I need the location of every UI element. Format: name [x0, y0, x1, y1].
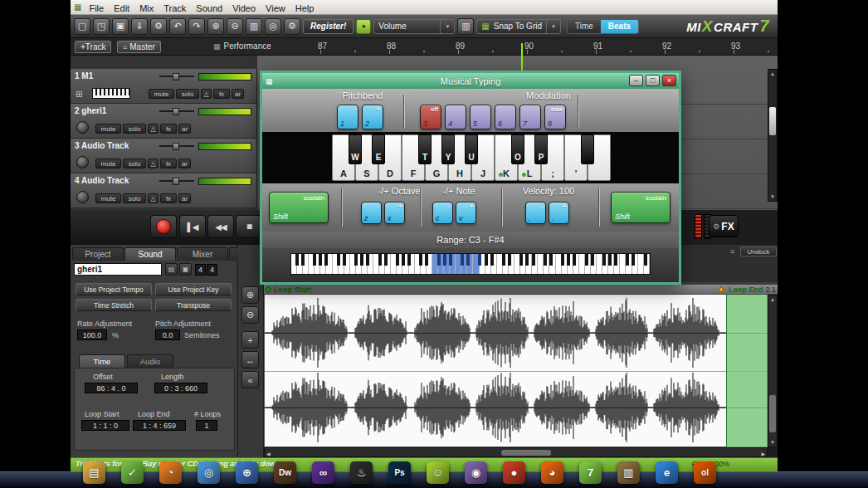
- go-to-start-button[interactable]: ▌◀: [179, 215, 206, 238]
- fader-icon[interactable]: △: [148, 124, 158, 134]
- folder-icon[interactable]: ▤: [83, 461, 105, 484]
- maximize-button[interactable]: □: [646, 75, 660, 86]
- pitchbend-key-2[interactable]: +2: [362, 105, 383, 129]
- slider-handle[interactable]: [173, 108, 179, 115]
- scrollbar-thumb[interactable]: [501, 450, 551, 456]
- tab-audio[interactable]: Audio: [127, 354, 173, 368]
- browser-icon[interactable]: ◔: [159, 461, 182, 484]
- offset-value[interactable]: 86 : 4 . 0: [85, 383, 138, 393]
- firefox-icon[interactable]: ◕: [541, 461, 563, 484]
- mute-button[interactable]: mute: [95, 124, 121, 134]
- track-row[interactable]: 3 Audio Trackmutesolo△fxar: [71, 139, 257, 173]
- tab-project[interactable]: Project: [72, 247, 124, 261]
- mixer-icon[interactable]: ▥: [246, 18, 262, 35]
- menu-sound[interactable]: Sound: [191, 3, 227, 13]
- loop-start-marker[interactable]: [265, 286, 271, 293]
- modulation-key-3[interactable]: off3: [420, 105, 441, 129]
- piano-key-T[interactable]: T: [418, 134, 432, 164]
- volume-slider[interactable]: [159, 73, 194, 81]
- pitch-value[interactable]: 0.0: [155, 329, 180, 340]
- keyboard-overview[interactable]: [290, 253, 651, 275]
- grid-icon[interactable]: ⊞: [76, 90, 82, 99]
- scroll-down-icon[interactable]: ▼: [770, 440, 775, 445]
- save-icon[interactable]: ▣: [112, 18, 129, 35]
- piano-key-W[interactable]: W: [349, 134, 362, 164]
- internet-explorer-icon[interactable]: e: [656, 461, 678, 484]
- loop-end-value[interactable]: 1 : 4 : 659: [133, 420, 186, 431]
- gear-icon[interactable]: ⚙: [284, 18, 300, 35]
- typing-key-z[interactable]: -z: [361, 202, 382, 224]
- piano-icon[interactable]: [92, 88, 130, 99]
- arrange-scrollbar[interactable]: ▲ ▼: [768, 69, 778, 202]
- typing-key-.[interactable]: +.: [549, 202, 569, 224]
- fx-button[interactable]: fx: [160, 193, 177, 203]
- track-row[interactable]: 2 gheri1mutesolo△fxar: [71, 104, 257, 139]
- scroll-up-icon[interactable]: ▲: [770, 297, 775, 302]
- undo-icon[interactable]: ↶: [169, 18, 186, 35]
- vertical-scrollbar[interactable]: ▲ ▼: [768, 295, 778, 447]
- mixcraft-icon[interactable]: 7: [579, 461, 602, 484]
- android-icon[interactable]: ☺: [427, 461, 449, 484]
- sound-name-input[interactable]: [74, 263, 162, 276]
- dreamweaver-icon[interactable]: Dw: [274, 461, 296, 484]
- collapse-button[interactable]: «: [241, 371, 259, 388]
- undock-button[interactable]: Undock: [740, 246, 777, 256]
- winrar-icon[interactable]: ▥: [617, 461, 640, 484]
- modulation-key-7[interactable]: 7: [519, 105, 541, 129]
- piano-key-U[interactable]: U: [465, 134, 478, 164]
- menu-track[interactable]: Track: [158, 3, 191, 13]
- save-icon[interactable]: ▣: [179, 263, 192, 276]
- solo-button[interactable]: solo: [123, 124, 146, 134]
- register-button[interactable]: Register!: [303, 19, 354, 34]
- time-button[interactable]: Time: [568, 20, 601, 33]
- modulation-key-5[interactable]: 5: [470, 105, 491, 129]
- solo-button[interactable]: solo: [123, 193, 146, 203]
- button-use-project-key[interactable]: Use Project Key: [155, 283, 232, 295]
- close-button[interactable]: ×: [662, 75, 676, 86]
- length-value[interactable]: 0 : 3 : 660: [154, 383, 207, 393]
- fx-button[interactable]: fx: [160, 124, 177, 134]
- mute-button[interactable]: mute: [149, 89, 174, 99]
- arm-button[interactable]: ar: [178, 159, 191, 168]
- redo-icon[interactable]: ↷: [188, 18, 205, 35]
- typing-key-,[interactable]: -,: [525, 202, 546, 224]
- java-icon[interactable]: ♨: [350, 461, 373, 484]
- shield-icon[interactable]: ✓: [121, 461, 144, 484]
- photoshop-icon[interactable]: Ps: [388, 461, 411, 484]
- scrollbar-thumb[interactable]: [769, 107, 776, 135]
- expand-button[interactable]: ↔: [241, 351, 259, 368]
- zoom-in-button[interactable]: ⊕: [241, 286, 259, 304]
- record-button[interactable]: [150, 215, 177, 238]
- fader-icon[interactable]: △: [148, 193, 158, 203]
- volume-slider[interactable]: [159, 143, 194, 150]
- track-row[interactable]: 1 M1⊞mutesolo△fxar: [71, 69, 257, 104]
- scrollbar-thumb[interactable]: [769, 395, 776, 432]
- timeline-ruler[interactable]: 87888990919293: [278, 38, 778, 55]
- solo-button[interactable]: solo: [176, 89, 199, 99]
- mute-button[interactable]: mute: [95, 193, 121, 203]
- modulation-key-6[interactable]: 6: [495, 105, 516, 129]
- open-folder-icon[interactable]: ◳: [93, 18, 110, 35]
- rewind-button[interactable]: ◀◀: [207, 215, 234, 238]
- menu-file[interactable]: File: [84, 3, 109, 13]
- fx-button[interactable]: fx: [160, 159, 177, 168]
- lock-icon[interactable]: ●: [356, 19, 371, 34]
- minimize-button[interactable]: –: [629, 75, 643, 86]
- scroll-down-icon[interactable]: ▼: [770, 194, 775, 199]
- loop-end-region[interactable]: [726, 285, 768, 447]
- pan-knob[interactable]: [76, 156, 89, 168]
- scroll-right-icon[interactable]: ▶: [761, 451, 765, 456]
- menu-view[interactable]: View: [261, 3, 290, 13]
- waveform-display[interactable]: [264, 295, 768, 447]
- tab-time[interactable]: Time: [79, 354, 125, 368]
- playhead[interactable]: [521, 43, 523, 71]
- horizontal-scrollbar[interactable]: ◀ ▶: [264, 447, 768, 457]
- track-row[interactable]: 4 Audio Trackmutesolo△fxar: [71, 173, 257, 208]
- arm-button[interactable]: ar: [178, 193, 191, 203]
- pan-knob[interactable]: [76, 191, 89, 203]
- arm-button[interactable]: ar: [178, 124, 191, 134]
- new-file-icon[interactable]: ▢: [74, 18, 90, 35]
- button-time-stretch[interactable]: Time Stretch: [76, 299, 152, 311]
- cd-icon[interactable]: ◎: [265, 18, 281, 35]
- fader-icon[interactable]: △: [201, 89, 212, 99]
